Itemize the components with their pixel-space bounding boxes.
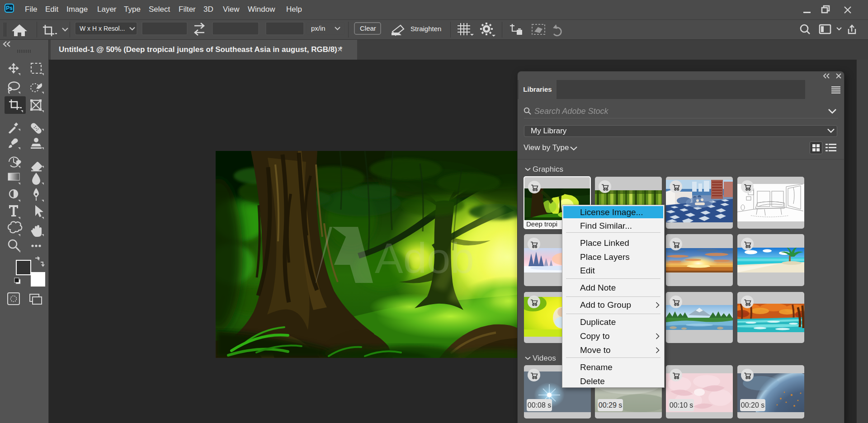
svg-text:Straighten: Straighten	[410, 25, 441, 33]
svg-text:Adob: Adob	[375, 235, 474, 282]
svg-text:px/in: px/in	[311, 24, 326, 32]
svg-text:W x H x Resol...: W x H x Resol...	[80, 25, 125, 32]
svg-text:Clear: Clear	[360, 24, 376, 32]
